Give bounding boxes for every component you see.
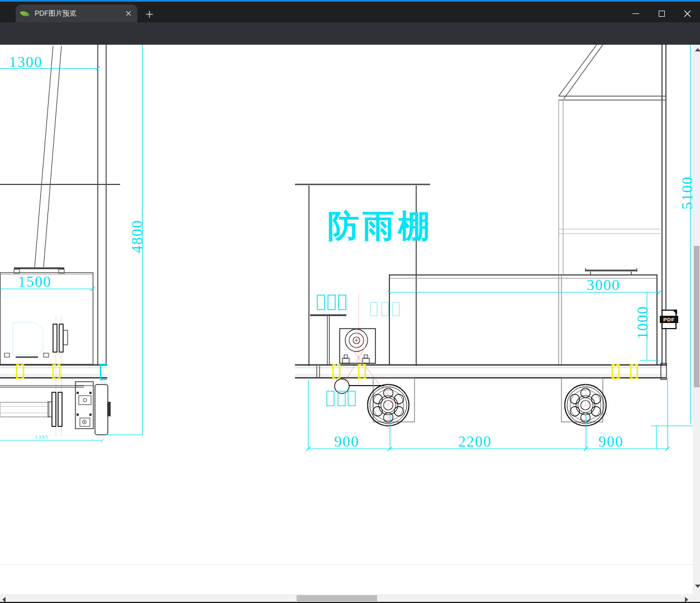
dim-900-rear: 900 [598,433,623,450]
dim-1300: 1300 [9,54,42,70]
titlebar: PDF图片预览 [0,2,700,22]
pdf-badge-label: PDF [660,316,678,323]
cad-drawing: 1300 4800 1500 1385 [0,45,693,594]
main-view-dimensions: 3000 1000 5100 900 2200 900 [306,45,693,451]
tab-title: PDF图片预览 [35,9,124,18]
close-button[interactable] [674,3,700,24]
dim-1000: 1000 [634,306,651,339]
window-controls [623,3,700,24]
horizontal-scrollbar-thumb[interactable] [297,595,377,601]
rail-clamps-left-view [17,365,60,378]
dim-3000: 3000 [587,277,620,293]
dim-900-front: 900 [334,433,359,450]
preview-page: 1300 4800 1500 1385 [0,45,693,594]
spring-leaf-favicon [20,9,30,18]
vertical-scrollbar-thumb[interactable] [694,246,699,387]
pdf-download-button[interactable]: PDF [661,310,677,329]
rear-wheel [561,378,609,429]
scrollbar-corner [693,594,700,602]
dim-5100: 5100 [679,176,693,210]
shed-label: 防雨棚 [327,208,433,244]
browser-window: PDF图片预览 loc [0,0,700,603]
scroll-down-arrow-icon[interactable] [695,585,700,588]
rail-clamps-main-view [333,365,637,378]
dim-4800: 4800 [128,220,145,253]
maximize-button[interactable] [649,3,674,24]
pdf-fold-corner [672,310,677,315]
left-view-dimensions: 1300 4800 1500 1385 [0,45,145,442]
browser-toolbar: localhost:8012/onlinePreview?url=http%3A… [0,22,700,45]
tab-close-icon[interactable] [124,9,133,18]
horizontal-scrollbar[interactable] [0,594,693,602]
vertical-scrollbar[interactable] [693,45,700,594]
scroll-right-arrow-icon[interactable] [685,597,688,602]
dim-1500: 1500 [18,273,51,290]
scroll-up-arrow-icon[interactable] [695,48,700,51]
new-tab-button[interactable] [143,8,155,20]
dim-1385: 1385 [35,434,49,440]
browser-tab[interactable]: PDF图片预览 [16,4,137,22]
left-view [0,45,120,436]
minimize-button[interactable] [623,3,649,24]
scroll-left-arrow-icon[interactable] [2,597,6,602]
dim-2200: 2200 [458,433,492,450]
